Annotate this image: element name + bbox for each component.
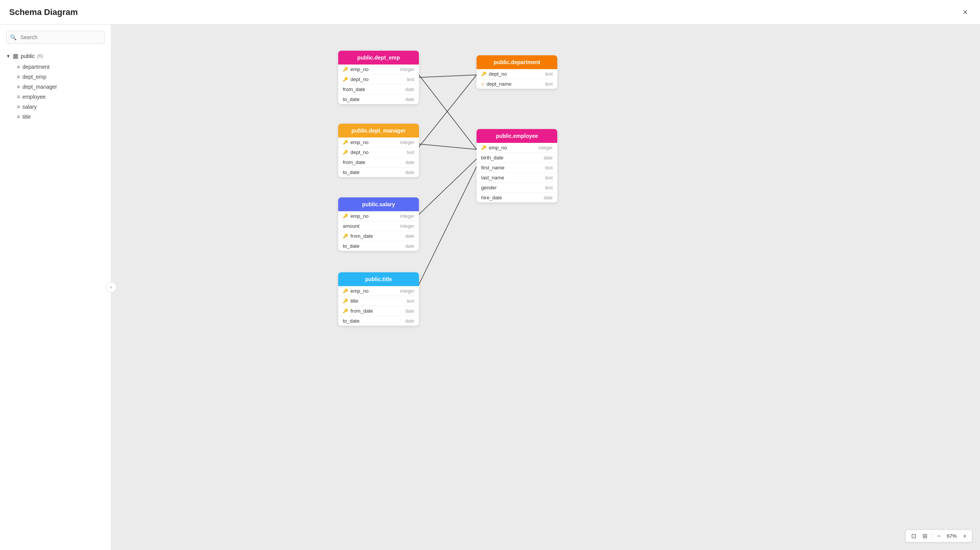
table-row: 🔑 dept_no text (477, 69, 557, 79)
connector-lines (111, 25, 980, 550)
table-icon: ≡ (17, 64, 20, 70)
table-salary[interactable]: public.salary 🔑 emp_no integer amount (338, 197, 419, 251)
table-icon: ≡ (17, 94, 20, 100)
fk-icon: 🔑 (343, 150, 348, 155)
svg-line-3 (415, 144, 477, 149)
table-row: amount integer (338, 221, 419, 231)
tree-group-header[interactable]: ▼ ▦ public (6) (3, 50, 108, 62)
database-icon: ▦ (13, 52, 18, 60)
table-header-salary: public.salary (338, 197, 419, 211)
table-row: 🔑 from_date date (338, 306, 419, 316)
table-header-department: public.department (477, 55, 557, 69)
table-row: ◇ dept_name text (477, 79, 557, 89)
header: Schema Diagram × (0, 0, 980, 25)
svg-line-5 (415, 167, 477, 292)
table-row: gender text (477, 183, 557, 193)
table-row: 🔑 emp_no integer (338, 65, 419, 75)
table-body-title: 🔑 emp_no integer 🔑 title text (338, 286, 419, 326)
search-box: 🔍 (6, 31, 105, 44)
table-icon: ≡ (17, 114, 20, 120)
table-row: to_date date (338, 167, 419, 177)
table-header-dept-emp: public.dept_emp (338, 51, 419, 65)
table-header-title: public.title (338, 272, 419, 286)
pk-icon: 🔑 (343, 67, 348, 72)
table-header-dept-manager: public.dept_manager (338, 124, 419, 138)
table-row: to_date date (338, 316, 419, 326)
tree-group-public: ▼ ▦ public (6) ≡ department ≡ dept_emp (3, 50, 108, 122)
table-body-employee: 🔑 emp_no integer birth_date date firs (477, 143, 557, 202)
zoom-controls: ⊡ ⊞ − 67% + (905, 530, 972, 542)
sidebar-item-label: dept_manager (22, 84, 57, 90)
arrow-icon: ▼ (6, 54, 10, 58)
sidebar-tree: ▼ ▦ public (6) ≡ department ≡ dept_emp (0, 50, 111, 544)
search-icon: 🔍 (10, 34, 17, 40)
search-input[interactable] (6, 31, 105, 44)
tree-items: ≡ department ≡ dept_emp ≡ dept_manager (3, 62, 108, 122)
zoom-in-button[interactable]: + (961, 532, 969, 540)
pk-icon: 🔑 (343, 234, 348, 239)
table-row: to_date date (338, 241, 419, 251)
table-row: 🔑 emp_no integer (477, 143, 557, 153)
table-row: 🔑 from_date date (338, 231, 419, 241)
table-employee[interactable]: public.employee 🔑 emp_no integer birth_d… (477, 129, 557, 202)
table-header-employee: public.employee (477, 129, 557, 143)
sidebar-item-label: title (22, 114, 31, 120)
table-row: 🔑 emp_no integer (338, 138, 419, 147)
pk-icon: 🔑 (481, 145, 487, 150)
sidebar-item-dept-manager[interactable]: ≡ dept_manager (14, 82, 108, 92)
group-count: (6) (37, 53, 43, 59)
table-dept-manager[interactable]: public.dept_manager 🔑 emp_no integer 🔑 d (338, 124, 419, 177)
main-area: 🔍 ▼ ▦ public (6) ≡ department (0, 25, 980, 550)
svg-line-1 (415, 70, 477, 149)
svg-line-4 (415, 159, 477, 218)
zoom-separator (932, 532, 932, 540)
pk-icon: 🔑 (343, 298, 348, 303)
table-icon: ≡ (17, 74, 20, 80)
table-row: 🔑 emp_no integer (338, 286, 419, 296)
table-row: to_date date (338, 94, 419, 104)
table-body-dept-emp: 🔑 emp_no integer 🔑 dept_no text (338, 65, 419, 104)
table-body-department: 🔑 dept_no text ◇ dept_name text (477, 69, 557, 89)
sidebar-item-department[interactable]: ≡ department (14, 62, 108, 72)
close-button[interactable]: × (960, 6, 971, 19)
sidebar-item-label: salary (22, 104, 37, 110)
fit-view-button[interactable]: ⊡ (909, 532, 919, 540)
page-title: Schema Diagram (9, 7, 78, 17)
table-row: from_date date (338, 157, 419, 167)
sidebar: 🔍 ▼ ▦ public (6) ≡ department (0, 25, 111, 550)
sidebar-item-title[interactable]: ≡ title (14, 112, 108, 122)
sidebar-item-label: employee (22, 94, 46, 100)
table-row: 🔑 title text (338, 296, 419, 306)
table-department[interactable]: public.department 🔑 dept_no text ◇ dept_… (477, 55, 557, 89)
sidebar-item-salary[interactable]: ≡ salary (14, 102, 108, 112)
svg-line-2 (415, 75, 477, 152)
grid-view-button[interactable]: ⊞ (920, 532, 930, 540)
group-label: public (21, 53, 35, 59)
collapse-sidebar-button[interactable]: ‹ (106, 282, 116, 293)
pk-icon: 🔑 (343, 288, 348, 293)
table-dept-emp[interactable]: public.dept_emp 🔑 emp_no integer 🔑 dept_ (338, 51, 419, 104)
pk-icon: 🔑 (343, 140, 348, 145)
table-row: 🔑 dept_no text (338, 75, 419, 84)
diamond-icon: ◇ (481, 81, 484, 86)
table-body-dept-manager: 🔑 emp_no integer 🔑 dept_no text (338, 138, 419, 177)
pk-icon: 🔑 (343, 308, 348, 313)
pk-icon: 🔑 (343, 214, 348, 219)
table-row: 🔑 dept_no text (338, 147, 419, 157)
table-row: 🔑 emp_no integer (338, 211, 419, 221)
table-title[interactable]: public.title 🔑 emp_no integer 🔑 title (338, 272, 419, 326)
zoom-level: 67% (945, 533, 959, 539)
sidebar-item-label: dept_emp (22, 74, 46, 80)
sidebar-item-label: department (22, 64, 50, 70)
table-row: last_name text (477, 173, 557, 183)
zoom-out-button[interactable]: − (935, 532, 943, 540)
table-row: hire_date date (477, 193, 557, 202)
table-body-salary: 🔑 emp_no integer amount integer 🔑 (338, 211, 419, 251)
table-icon: ≡ (17, 104, 20, 110)
sidebar-item-employee[interactable]: ≡ employee (14, 92, 108, 102)
canvas[interactable]: public.dept_emp 🔑 emp_no integer 🔑 dept_ (111, 25, 980, 550)
svg-line-0 (415, 75, 477, 78)
table-row: birth_date date (477, 153, 557, 163)
fk-icon: 🔑 (343, 77, 348, 82)
sidebar-item-dept-emp[interactable]: ≡ dept_emp (14, 72, 108, 82)
